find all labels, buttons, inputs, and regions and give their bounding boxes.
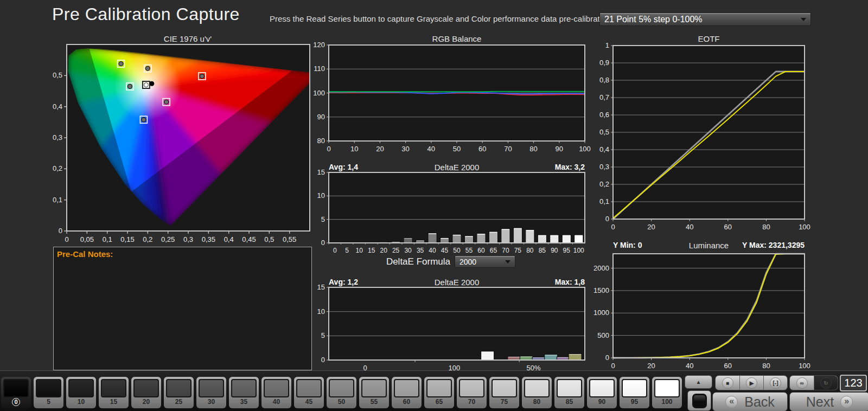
pattern-window-button[interactable] (687, 390, 711, 411)
svg-text:0,15: 0,15 (120, 235, 134, 243)
grayscale-patch-90[interactable]: 90 (587, 377, 617, 408)
svg-text:0: 0 (605, 354, 609, 362)
patch-label: 90 (589, 398, 615, 406)
grayscale-patch-80[interactable]: 80 (522, 377, 552, 408)
svg-text:20: 20 (376, 145, 384, 153)
patch-swatch (492, 379, 517, 397)
patch-swatch (654, 379, 680, 397)
svg-text:60: 60 (478, 145, 486, 153)
svg-text:0,5: 0,5 (264, 235, 274, 243)
grayscale-patch-100[interactable]: 100 (652, 377, 682, 408)
svg-text:40: 40 (429, 247, 436, 254)
read-interval-button[interactable]: [-] (763, 376, 787, 390)
read-series-button[interactable]: ▶ (739, 376, 763, 390)
grayscale-patch-60[interactable]: 60 (392, 377, 422, 408)
grayscale-patch-85[interactable]: 85 (554, 377, 584, 408)
next-button[interactable]: Next » (789, 392, 868, 411)
svg-text:0: 0 (611, 223, 615, 231)
svg-text:0,8: 0,8 (599, 76, 609, 84)
read-continuous-button[interactable]: ∞ (790, 376, 814, 390)
read-series-icon: ▶ (746, 377, 757, 389)
svg-text:60: 60 (477, 247, 485, 254)
svg-text:35: 35 (417, 247, 424, 254)
patch-label: 85 (557, 398, 582, 406)
svg-text:50: 50 (453, 145, 461, 153)
svg-text:0,7: 0,7 (599, 93, 609, 101)
rgb-balance-chart: 80901001101200102030405060708090100 (307, 36, 597, 156)
patch-label: 80 (524, 398, 550, 406)
svg-text:50: 50 (453, 247, 461, 254)
grayscale-patch-30[interactable]: 30 (196, 377, 226, 408)
svg-text:15: 15 (368, 247, 375, 254)
cie-1976-diagram: 00,10,20,30,40,500,050,10,150,20,250,30,… (48, 38, 315, 246)
grayscale-patch-65[interactable]: 65 (424, 377, 454, 408)
svg-text:0,1: 0,1 (599, 197, 609, 206)
svg-text:0: 0 (59, 227, 62, 235)
next-chevron-icon: » (840, 396, 853, 408)
pre-cal-notes-panel[interactable]: Pre-Cal Notes: (53, 247, 312, 370)
patch-label: 40 (264, 398, 289, 406)
instruction-text: Press the Read Series button to capture … (270, 14, 613, 23)
patch-swatch (329, 379, 354, 397)
patch-label: 95 (622, 398, 647, 406)
svg-text:90: 90 (551, 247, 558, 254)
svg-text:85: 85 (539, 247, 546, 254)
svg-text:1000: 1000 (593, 309, 609, 317)
svg-text:0,1: 0,1 (103, 235, 112, 243)
grayscale-patch-20[interactable]: 20 (131, 377, 161, 408)
patch-swatch (3, 379, 29, 397)
transport-group-2: ∞↻ (789, 375, 838, 390)
svg-text:20: 20 (647, 223, 655, 231)
grayscale-patch-40[interactable]: 40 (261, 377, 291, 408)
grayscale-patch-35[interactable]: 35 (229, 377, 259, 408)
chevron-down-icon (801, 18, 806, 21)
patch-swatch (68, 379, 94, 397)
read-interval-icon: [-] (770, 377, 781, 389)
calibration-app: Pre Calibration Capture Press the Read S… (0, 0, 868, 411)
patch-swatch (199, 379, 224, 397)
patch-swatch (589, 379, 615, 397)
deltae-formula-label: DeltaE Formula (329, 256, 450, 267)
grayscale-patch-55[interactable]: 55 (359, 377, 389, 408)
svg-text:0,3: 0,3 (183, 235, 193, 243)
back-button[interactable]: « Back (712, 392, 788, 411)
svg-text:2000: 2000 (593, 264, 609, 272)
grayscale-patch-50[interactable]: 50 (327, 377, 356, 408)
patch-swatch (361, 379, 387, 397)
svg-text:15: 15 (317, 283, 325, 291)
svg-text:1500: 1500 (593, 286, 609, 294)
grayscale-patch-25[interactable]: 25 (164, 377, 194, 408)
svg-text:0,3: 0,3 (53, 133, 62, 142)
grayscale-patch-row: 0510152025303540455055606570758085909510… (1, 377, 682, 408)
collapse-pattern-bar-button[interactable]: ▲ (685, 375, 712, 389)
deltae-formula-dropdown[interactable]: 2000 (455, 255, 515, 268)
stop-button[interactable]: ■ (716, 376, 739, 390)
grayscale-patch-75[interactable]: 75 (489, 377, 519, 408)
svg-text:60: 60 (724, 223, 732, 231)
grayscale-patch-5[interactable]: 5 (34, 377, 63, 408)
patch-swatch (622, 379, 647, 397)
svg-text:0,05: 0,05 (80, 235, 94, 243)
grayscale-patch-45[interactable]: 45 (294, 377, 324, 408)
deltae-formula-value: 2000 (459, 258, 476, 266)
grayscale-patch-10[interactable]: 10 (66, 377, 96, 408)
grayscale-patch-95[interactable]: 95 (620, 377, 649, 408)
patch-label: 20 (133, 398, 159, 406)
svg-text:40: 40 (686, 223, 693, 231)
sync-button[interactable]: ↻ (814, 376, 838, 390)
patch-swatch (101, 379, 126, 397)
point-series-dropdown[interactable]: 21 Point 5% step 0-100% (599, 12, 811, 26)
svg-text:500: 500 (597, 331, 609, 339)
svg-text:0,25: 0,25 (161, 235, 175, 243)
patch-label: 5 (36, 398, 61, 406)
svg-text:0,4: 0,4 (599, 145, 609, 153)
svg-text:90: 90 (556, 145, 563, 153)
svg-text:0: 0 (321, 239, 325, 247)
patch-label: 75 (492, 398, 517, 406)
grayscale-patch-0[interactable]: 0 (1, 377, 31, 408)
patch-label: 70 (459, 398, 484, 406)
svg-text:75: 75 (514, 247, 522, 254)
svg-text:5: 5 (321, 215, 325, 223)
grayscale-patch-70[interactable]: 70 (457, 377, 487, 408)
grayscale-patch-15[interactable]: 15 (99, 377, 129, 408)
